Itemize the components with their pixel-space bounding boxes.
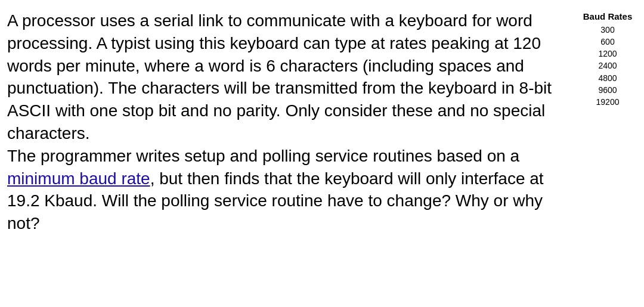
baud-rate-300: 300 <box>581 24 634 36</box>
minimum-baud-rate-link[interactable]: minimum baud rate <box>7 169 150 188</box>
baud-rates-title: Baud Rates <box>581 11 634 23</box>
paragraph-1: A processor uses a serial link to commun… <box>7 11 552 142</box>
baud-rate-9600: 9600 <box>581 84 634 96</box>
paragraph-2-before-link: The programmer writes setup and polling … <box>7 147 437 165</box>
paragraph-2-link-prefix: based on a <box>437 147 520 165</box>
content-wrapper: A processor uses a serial link to commun… <box>7 10 634 235</box>
baud-rate-600: 600 <box>581 36 634 48</box>
main-text: A processor uses a serial link to commun… <box>7 10 576 235</box>
baud-rate-1200: 1200 <box>581 48 634 60</box>
baud-rate-2400: 2400 <box>581 60 634 72</box>
baud-rate-4800: 4800 <box>581 72 634 84</box>
baud-rate-19200: 19200 <box>581 96 634 108</box>
baud-rates-box: Baud Rates 300 600 1200 2400 4800 9600 1… <box>581 11 634 108</box>
